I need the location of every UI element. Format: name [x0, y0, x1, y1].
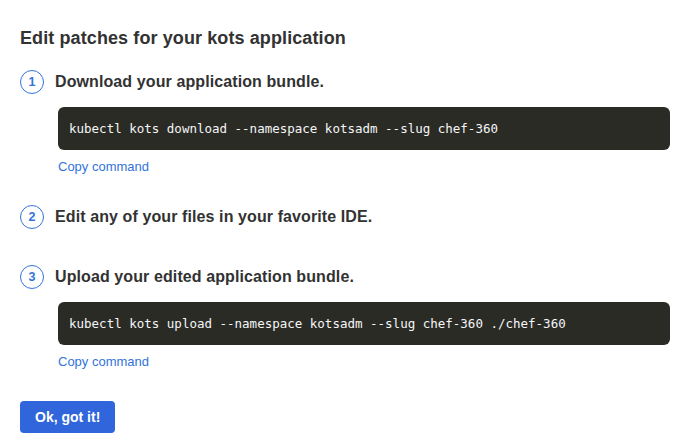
- step-download: 1 Download your application bundle. kube…: [20, 70, 670, 175]
- copy-upload-command-link[interactable]: Copy command: [58, 354, 149, 369]
- copy-download-command-link[interactable]: Copy command: [58, 159, 149, 174]
- step-upload-header: 3 Upload your edited application bundle.: [20, 265, 670, 289]
- step-upload: 3 Upload your edited application bundle.…: [20, 265, 670, 370]
- download-command-code-block: kubectl kots download --namespace kotsad…: [58, 107, 670, 150]
- panel-footer: Ok, got it!: [20, 401, 670, 433]
- step-download-body: kubectl kots download --namespace kotsad…: [58, 107, 670, 175]
- step-1-number-badge: 1: [20, 70, 44, 94]
- step-edit-header: 2 Edit any of your files in your favorit…: [20, 205, 670, 229]
- step-download-header: 1 Download your application bundle.: [20, 70, 670, 94]
- step-2-number-badge: 2: [20, 205, 44, 229]
- upload-command-text: kubectl kots upload --namespace kotsadm …: [69, 316, 566, 331]
- step-edit: 2 Edit any of your files in your favorit…: [20, 205, 670, 229]
- edit-patches-panel: Edit patches for your kots application 1…: [0, 0, 690, 433]
- step-upload-heading: Upload your edited application bundle.: [55, 268, 354, 286]
- download-command-text: kubectl kots download --namespace kotsad…: [69, 121, 498, 136]
- step-edit-heading: Edit any of your files in your favorite …: [55, 208, 372, 226]
- step-download-heading: Download your application bundle.: [55, 73, 324, 91]
- ok-got-it-button[interactable]: Ok, got it!: [20, 401, 115, 433]
- step-upload-body: kubectl kots upload --namespace kotsadm …: [58, 302, 670, 370]
- upload-command-code-block: kubectl kots upload --namespace kotsadm …: [58, 302, 670, 345]
- page-title: Edit patches for your kots application: [20, 28, 670, 48]
- step-3-number-badge: 3: [20, 265, 44, 289]
